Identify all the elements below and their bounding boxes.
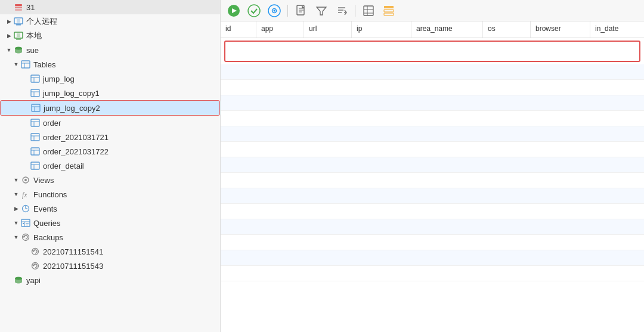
toolbar-separator bbox=[355, 5, 355, 17]
svg-rect-72 bbox=[384, 13, 394, 15]
sidebar-label: Queries bbox=[33, 219, 61, 228]
filter-button[interactable] bbox=[313, 2, 330, 19]
col-header-url[interactable]: url bbox=[304, 21, 352, 38]
col-header-ip[interactable]: ip bbox=[352, 21, 411, 38]
sidebar-label: order_detail bbox=[43, 162, 84, 170]
sort-button[interactable] bbox=[333, 2, 350, 19]
svg-rect-1 bbox=[15, 7, 22, 8]
views-icon bbox=[20, 175, 31, 185]
svg-text:fx: fx bbox=[22, 191, 27, 199]
svg-rect-71 bbox=[384, 10, 394, 12]
doc-button[interactable] bbox=[293, 2, 309, 19]
col-header-id[interactable]: id bbox=[221, 21, 256, 38]
toolbar bbox=[221, 0, 644, 21]
view-button[interactable] bbox=[266, 2, 283, 19]
sidebar-item-31[interactable]: 31 bbox=[0, 0, 220, 14]
sidebar-item-tables[interactable]: ▼ Tables bbox=[0, 57, 220, 72]
sidebar-label: Views bbox=[33, 176, 54, 185]
arrow-icon: ▶ bbox=[5, 17, 13, 26]
sidebar-label: 20210711151543 bbox=[43, 262, 103, 271]
sidebar-item-local[interactable]: ▶ 本地 bbox=[0, 29, 220, 43]
backups-icon bbox=[20, 232, 31, 243]
sidebar-item-functions[interactable]: ▼ fx Functions bbox=[0, 187, 220, 201]
svg-marker-61 bbox=[317, 7, 326, 15]
sidebar-item-personal-remote[interactable]: ▶ 个人远程 bbox=[0, 14, 220, 29]
svg-rect-16 bbox=[31, 89, 39, 97]
svg-rect-70 bbox=[384, 6, 394, 8]
svg-rect-28 bbox=[31, 148, 39, 155]
sidebar-item-order-2021031721[interactable]: ▶ order_2021031721 bbox=[0, 130, 220, 144]
sidebar-label: order bbox=[43, 119, 61, 128]
svg-rect-43 bbox=[23, 223, 24, 224]
data-row bbox=[221, 126, 644, 142]
sidebar-item-jump-log[interactable]: ▶ jump_log bbox=[0, 72, 220, 86]
sidebar-item-order-detail[interactable]: ▶ order_detail bbox=[0, 159, 220, 173]
sidebar-item-order[interactable]: ▶ order bbox=[0, 116, 220, 130]
data-row bbox=[221, 204, 644, 219]
sidebar-item-jump-log-copy1[interactable]: ▶ jump_log_copy1 bbox=[0, 86, 220, 100]
sidebar-label: Events bbox=[33, 204, 57, 213]
svg-rect-66 bbox=[364, 6, 373, 15]
sidebar-label: 31 bbox=[26, 3, 35, 12]
toolbar-separator bbox=[287, 5, 288, 17]
sidebar-label: order_2021031722 bbox=[43, 147, 109, 156]
sidebar-label: sue bbox=[26, 46, 39, 55]
sidebar-item-yapi[interactable]: ▶ yapi bbox=[0, 273, 220, 287]
highlighted-row bbox=[224, 41, 640, 62]
data-row bbox=[221, 266, 644, 281]
sidebar-item-order-2021031722[interactable]: ▶ order_2021031722 bbox=[0, 144, 220, 159]
column-headers: id app url ip area_name os browser in_da… bbox=[221, 21, 644, 38]
arrow-icon: ▼ bbox=[12, 233, 20, 241]
svg-rect-44 bbox=[26, 223, 29, 224]
arrow-icon: ▶ bbox=[12, 204, 20, 213]
data-row bbox=[221, 95, 644, 111]
data-row bbox=[221, 250, 644, 266]
sidebar-item-sue[interactable]: ▼ sue bbox=[0, 43, 220, 57]
sidebar-label: 个人远程 bbox=[26, 16, 57, 27]
remote-icon bbox=[13, 16, 24, 27]
table-icon bbox=[30, 88, 41, 98]
sidebar-item-backups[interactable]: ▼ Backups bbox=[0, 230, 220, 244]
svg-rect-22 bbox=[31, 119, 39, 126]
sidebar-label: Tables bbox=[33, 60, 56, 69]
sidebar-label: yapi bbox=[26, 276, 41, 285]
table-icon bbox=[30, 117, 41, 128]
check-button[interactable] bbox=[246, 2, 262, 19]
sidebar-label: jump_log_copy2 bbox=[44, 104, 100, 113]
svg-point-55 bbox=[274, 10, 275, 11]
run-button[interactable] bbox=[225, 2, 242, 19]
arrow-icon: ▼ bbox=[12, 219, 20, 227]
form-view-button[interactable] bbox=[380, 2, 397, 19]
arrow-icon: ▼ bbox=[12, 176, 20, 184]
sidebar-item-jump-log-copy2[interactable]: ▶ jump_log_copy2 bbox=[0, 100, 220, 116]
sidebar-item-events[interactable]: ▶ Events bbox=[0, 201, 220, 216]
queries-icon bbox=[20, 218, 31, 228]
col-header-app[interactable]: app bbox=[256, 21, 304, 38]
col-header-in-date[interactable]: in_date bbox=[590, 21, 644, 38]
sidebar-item-views[interactable]: ▼ Views bbox=[0, 173, 220, 187]
sidebar-item-backup2[interactable]: ▶ 20210711151543 bbox=[0, 259, 220, 273]
sidebar-item-backup1[interactable]: ▶ 20210711151541 bbox=[0, 244, 220, 259]
backup-file-icon bbox=[30, 246, 41, 257]
db-icon bbox=[13, 2, 24, 13]
svg-rect-2 bbox=[15, 9, 22, 11]
col-header-os[interactable]: os bbox=[483, 21, 531, 38]
svg-point-52 bbox=[248, 5, 260, 17]
grid-view-button[interactable] bbox=[360, 2, 377, 19]
arrow-icon: ▼ bbox=[5, 46, 13, 54]
svg-point-35 bbox=[24, 179, 27, 181]
svg-rect-8 bbox=[17, 33, 20, 37]
svg-rect-10 bbox=[21, 61, 30, 68]
svg-rect-5 bbox=[17, 19, 20, 23]
sidebar-label: Functions bbox=[33, 190, 67, 199]
table-icon bbox=[30, 103, 41, 113]
sidebar-item-queries[interactable]: ▼ Queries bbox=[0, 216, 220, 230]
table-icon bbox=[30, 73, 41, 84]
arrow-icon bbox=[5, 3, 13, 11]
svg-rect-31 bbox=[31, 162, 39, 169]
data-row bbox=[221, 64, 644, 80]
col-header-area-name[interactable]: area_name bbox=[411, 21, 483, 38]
svg-rect-4 bbox=[16, 24, 21, 26]
svg-rect-7 bbox=[16, 39, 21, 40]
col-header-browser[interactable]: browser bbox=[531, 21, 590, 38]
